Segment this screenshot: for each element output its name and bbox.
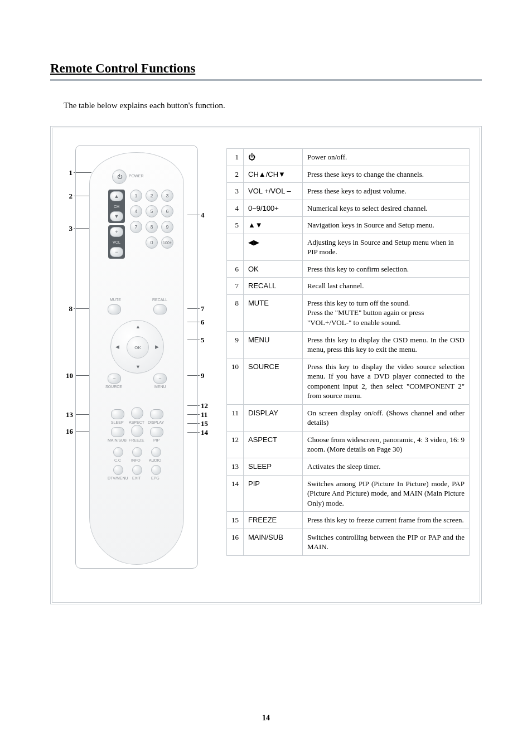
row-label: FREEZE bbox=[244, 512, 303, 529]
row-label: MUTE bbox=[244, 294, 303, 331]
row-label: ◀▶ bbox=[244, 234, 303, 260]
table-row: 1⏻Power on/off. bbox=[227, 149, 470, 166]
row-description: Press this key to display the video sour… bbox=[303, 358, 470, 404]
vol-up-button: + bbox=[110, 227, 123, 237]
row-description: Press these keys to adjust volume. bbox=[303, 183, 470, 200]
callout-1: 1 bbox=[66, 168, 72, 177]
function-table: 1⏻Power on/off.2CH▲/CH▼Press these keys … bbox=[226, 148, 470, 556]
row-label: MAIN/SUB bbox=[244, 529, 303, 555]
audio-button bbox=[151, 447, 161, 457]
exit-label: EXIT bbox=[132, 476, 141, 480]
row-description: On screen display on/off. (Shows channel… bbox=[303, 404, 470, 431]
aspect-label: ASPECT bbox=[129, 420, 144, 424]
aspect-button bbox=[131, 407, 143, 419]
callout-8: 8 bbox=[66, 304, 72, 313]
row-description: Choose from widescreen, panoramic, 4: 3 … bbox=[303, 431, 470, 458]
row-description: Power on/off. bbox=[303, 149, 470, 166]
audio-label: AUDIO bbox=[149, 458, 161, 462]
nav-ring: ▲ ▼ ◀ ▶ OK bbox=[110, 320, 164, 374]
row-index: 12 bbox=[227, 431, 244, 458]
callout-10: 10 bbox=[66, 371, 72, 380]
table-row: 7RECALLRecall last channel. bbox=[227, 278, 470, 295]
row-index: 8 bbox=[227, 294, 244, 331]
num-5-button: 5 bbox=[146, 205, 158, 217]
row-index: 6 bbox=[227, 260, 244, 278]
display-label: DISPLAY bbox=[148, 420, 164, 424]
callout-13: 13 bbox=[66, 410, 72, 419]
callout-6: 6 bbox=[201, 318, 210, 327]
row-index: 7 bbox=[227, 278, 244, 295]
table-row: 9MENUPress this key to display the OSD m… bbox=[227, 331, 470, 358]
table-row: 15FREEZEPress this key to freeze current… bbox=[227, 512, 470, 529]
row-index: 15 bbox=[227, 512, 244, 529]
ch-pad: ▲ CH ▼ bbox=[108, 190, 125, 223]
row-label: CH▲/CH▼ bbox=[244, 166, 303, 183]
menu-button: − bbox=[153, 374, 167, 384]
num-9-button: 9 bbox=[161, 221, 173, 233]
recall-label: RECALL bbox=[152, 298, 167, 302]
ch-pad-label: CH bbox=[114, 205, 119, 209]
callout-15: 15 bbox=[201, 419, 210, 428]
info-label: INFO bbox=[131, 458, 141, 462]
row-label: MENU bbox=[244, 331, 303, 358]
remote-body: ⏻ POWER ▲ CH ▼ + VOL − 1 bbox=[89, 152, 184, 565]
vol-pad-label: VOL bbox=[113, 240, 120, 244]
table-row: 16MAIN/SUBSwitches controlling between t… bbox=[227, 529, 470, 555]
num-3-button: 3 bbox=[161, 190, 173, 202]
num-6-button: 6 bbox=[161, 205, 173, 217]
remote-outline: ⏻ POWER ▲ CH ▼ + VOL − 1 bbox=[75, 145, 198, 569]
freeze-button bbox=[131, 425, 143, 437]
vol-down-button: − bbox=[110, 247, 123, 257]
row-description: Switches controlling between the PIP or … bbox=[303, 529, 470, 555]
row-index: 2 bbox=[227, 166, 244, 183]
content-panel: 1 2 3 8 10 13 16 4 7 6 5 9 bbox=[50, 126, 482, 604]
row-label: SOURCE bbox=[244, 358, 303, 404]
row-index: 10 bbox=[227, 358, 244, 404]
nav-right-icon: ▶ bbox=[155, 344, 159, 350]
mute-label: MUTE bbox=[110, 298, 121, 302]
vol-pad: + VOL − bbox=[108, 225, 125, 259]
row-label: PIP bbox=[244, 475, 303, 512]
callout-4: 4 bbox=[201, 211, 210, 220]
row-index: 14 bbox=[227, 475, 244, 512]
row-label: 0~9/100+ bbox=[244, 200, 303, 217]
row-description: Press this key to confirm selection. bbox=[303, 260, 470, 278]
table-row: 3VOL +/VOL –Press these keys to adjust v… bbox=[227, 183, 470, 200]
row-index: 9 bbox=[227, 331, 244, 358]
row-description: Press this key to freeze current frame f… bbox=[303, 512, 470, 529]
callout-7: 7 bbox=[201, 304, 210, 313]
row-label: ⏻ bbox=[244, 149, 303, 166]
row-label: DISPLAY bbox=[244, 404, 303, 431]
callout-14: 14 bbox=[201, 428, 210, 437]
table-row: 2CH▲/CH▼Press these keys to change the c… bbox=[227, 166, 470, 183]
callout-3: 3 bbox=[66, 224, 72, 233]
display-button bbox=[150, 409, 163, 419]
row-description: Adjusting keys in Source and Setup menu … bbox=[303, 234, 470, 260]
callout-12: 12 bbox=[201, 401, 210, 410]
recall-button bbox=[153, 304, 167, 314]
nav-down-icon: ▼ bbox=[136, 364, 141, 370]
sleep-label: SLEEP bbox=[111, 420, 124, 424]
epg-label: EPG bbox=[151, 476, 159, 480]
num-8-button: 8 bbox=[146, 221, 158, 233]
dtvmenu-button bbox=[113, 465, 123, 475]
source-label: SOURCE bbox=[105, 385, 122, 389]
row-label: RECALL bbox=[244, 278, 303, 295]
menu-label: MENU bbox=[154, 385, 166, 389]
num-0-button: 0 bbox=[146, 236, 158, 249]
callout-9: 9 bbox=[201, 371, 210, 380]
row-description: Navigation keys in Source and Setup menu… bbox=[303, 217, 470, 234]
intro-text: The table below explains each button's f… bbox=[64, 101, 482, 110]
num-100plus-button: 100+ bbox=[161, 236, 173, 249]
mainsub-label: MAIN/SUB bbox=[108, 438, 127, 442]
num-7-button: 7 bbox=[130, 221, 142, 233]
mute-button bbox=[108, 304, 121, 314]
sleep-button bbox=[111, 409, 124, 419]
table-row: ◀▶Adjusting keys in Source and Setup men… bbox=[227, 234, 470, 260]
pip-button bbox=[150, 427, 163, 437]
row-index bbox=[227, 234, 244, 260]
ch-up-button: ▲ bbox=[110, 191, 123, 201]
callout-16: 16 bbox=[66, 427, 72, 436]
row-description: Press these keys to change the channels. bbox=[303, 166, 470, 183]
epg-button bbox=[151, 465, 161, 475]
